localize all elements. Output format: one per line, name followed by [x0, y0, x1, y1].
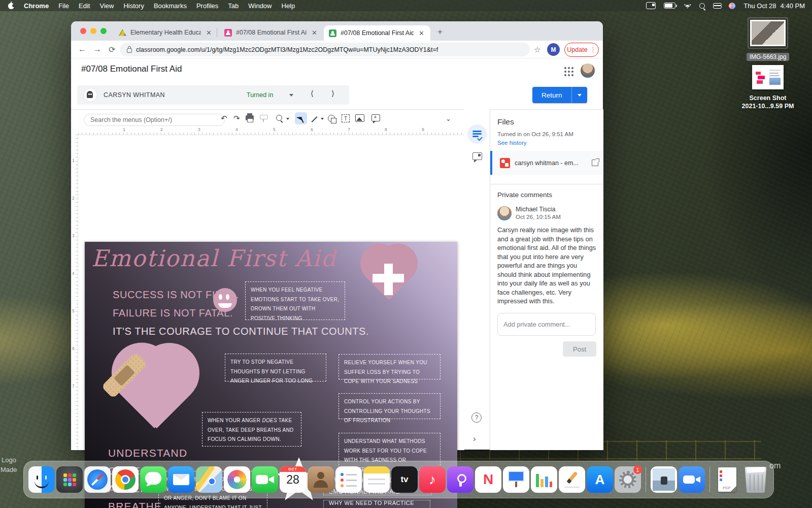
control-center-icon[interactable]: [713, 3, 721, 9]
zoom-caret-icon[interactable]: [286, 118, 289, 120]
dock-mail-icon[interactable]: [168, 466, 194, 493]
spotlight-icon[interactable]: [699, 3, 705, 9]
desktop-file-screenshot[interactable]: Screen Shot 2021-10...9.59 PM: [740, 65, 796, 111]
menu-item-bookmarks[interactable]: Bookmarks: [154, 2, 187, 10]
zoom-window-button[interactable]: [100, 28, 107, 34]
dock-pictures-icon[interactable]: [651, 466, 677, 493]
menu-clock[interactable]: Thu Oct 28 4:40 PM: [743, 2, 805, 10]
dock-news-icon[interactable]: N: [475, 466, 501, 493]
undo-icon[interactable]: ↶: [221, 114, 227, 123]
chrome-update-button[interactable]: Update⋮: [564, 43, 599, 57]
dock-chrome-icon[interactable]: [112, 466, 139, 493]
dock-calendar-icon[interactable]: OCT28: [280, 466, 306, 493]
status-dropdown-caret-icon[interactable]: [289, 94, 293, 97]
dock-notes-icon[interactable]: [363, 466, 390, 493]
menu-item-profiles[interactable]: Profiles: [196, 2, 218, 10]
student-selector-bar[interactable]: CARSYN WHITMAN Turned in: [77, 85, 349, 105]
line-tool-icon[interactable]: [311, 116, 317, 122]
collapse-toolbar-chevron-icon[interactable]: ⌄: [446, 115, 451, 122]
tab-emotional-first-aid-2[interactable]: #07/08 Emotional First Aid ✕: [324, 25, 430, 41]
select-tool-active[interactable]: [295, 112, 307, 124]
close-tab-icon[interactable]: ✕: [311, 29, 318, 37]
dock-appletv-icon[interactable]: tv: [391, 466, 418, 493]
dock-appstore-icon[interactable]: A: [587, 466, 613, 493]
next-student-chevron-icon[interactable]: ⟩: [331, 89, 334, 98]
menu-item-view[interactable]: View: [99, 2, 114, 10]
tab-emotional-first-aid-1[interactable]: #07/08 Emotional First Aid ✕: [219, 24, 323, 41]
dock-finder-icon[interactable]: [28, 466, 55, 493]
menu-item-file[interactable]: File: [58, 2, 69, 10]
dock-music-icon[interactable]: ♪: [419, 466, 446, 493]
tab-elementary-health[interactable]: Elementary Health Education ( ✕: [114, 24, 218, 41]
dock-keynote-icon[interactable]: [503, 466, 529, 493]
reload-icon[interactable]: ⟳: [109, 45, 115, 54]
forward-icon[interactable]: →: [93, 45, 101, 54]
print-icon[interactable]: [246, 115, 254, 120]
return-button[interactable]: Return: [532, 87, 571, 103]
help-icon[interactable]: ?: [471, 412, 482, 423]
new-tab-button[interactable]: +: [437, 27, 443, 37]
browser-profile-avatar[interactable]: M: [547, 43, 560, 56]
dock-contacts-icon[interactable]: [308, 466, 334, 493]
dock-trash-icon[interactable]: [742, 466, 769, 493]
menu-item-tab[interactable]: Tab: [228, 2, 239, 10]
text-box-tool-icon[interactable]: T: [342, 114, 350, 122]
dock-messages-icon[interactable]: [140, 466, 166, 493]
classroom-assignment-favicon: [224, 29, 232, 37]
files-heading: Files: [497, 117, 514, 126]
menu-item-history[interactable]: History: [123, 2, 144, 10]
close-window-button[interactable]: [80, 28, 86, 34]
search-menus-input[interactable]: [84, 114, 225, 126]
panel-divider: [490, 184, 603, 184]
menu-item-help[interactable]: Help: [282, 2, 295, 10]
menu-item-edit[interactable]: Edit: [79, 2, 90, 10]
apple-logo-icon[interactable]: [8, 2, 14, 9]
comment-bank-icon[interactable]: [472, 152, 482, 160]
return-split-button[interactable]: Return: [532, 87, 587, 103]
siri-icon[interactable]: [729, 3, 735, 9]
dock-safari-icon[interactable]: [84, 466, 111, 493]
close-tab-icon[interactable]: ✕: [205, 29, 213, 37]
back-icon[interactable]: ←: [78, 45, 86, 54]
line-caret-icon[interactable]: [321, 118, 324, 120]
dock-maps-icon[interactable]: [196, 466, 222, 493]
insert-image-icon[interactable]: [355, 114, 364, 122]
grading-panel-icon[interactable]: [467, 124, 487, 144]
google-apps-grid-icon[interactable]: [564, 67, 566, 69]
poster-title: Emotional First Aid: [91, 245, 336, 272]
dock-reminders-icon[interactable]: [335, 466, 362, 493]
return-dropdown-button[interactable]: [571, 87, 587, 103]
submitted-file-row[interactable]: carsyn whitman - em...: [490, 151, 603, 175]
address-bar[interactable]: classroom.google.com/u/1/g/tg/Mzg1Mzc2OD…: [120, 43, 530, 56]
dock-zoom-icon[interactable]: [679, 466, 705, 493]
zoom-tool-icon[interactable]: [276, 115, 282, 121]
docs-viewer: ↶ ↷ T ⌄ 1 2 3 4 5 6 7 8 9: [71, 109, 464, 450]
dock-numbers-icon[interactable]: [531, 466, 557, 493]
battery-icon[interactable]: [664, 3, 675, 9]
minimize-window-button[interactable]: [90, 28, 96, 34]
open-in-new-icon[interactable]: [592, 160, 598, 166]
dock-pdf-icon[interactable]: PDF: [715, 466, 741, 493]
close-tab-icon[interactable]: ✕: [418, 29, 425, 37]
previous-student-chevron-icon[interactable]: ⟨: [311, 89, 314, 98]
dock-podcasts-icon[interactable]: [447, 466, 473, 493]
shape-tool-icon[interactable]: [328, 115, 335, 122]
post-button[interactable]: Post: [563, 341, 596, 357]
dock-pages-icon[interactable]: [559, 466, 585, 493]
dock-photos-icon[interactable]: [224, 466, 250, 493]
account-avatar[interactable]: [581, 64, 595, 78]
redo-icon[interactable]: ↷: [233, 114, 240, 123]
dock-launchpad-icon[interactable]: [56, 466, 83, 493]
see-history-link[interactable]: See history: [497, 140, 527, 146]
screen-mirroring-icon[interactable]: [646, 2, 656, 9]
insert-comment-icon[interactable]: [371, 114, 380, 121]
wifi-icon[interactable]: [684, 3, 691, 9]
dock-facetime-icon[interactable]: [252, 466, 278, 493]
expand-chevron-icon[interactable]: ›: [473, 434, 476, 444]
menu-item-window[interactable]: Window: [248, 2, 272, 10]
desktop-file-img5663[interactable]: IMG-5663.jpg: [742, 17, 793, 61]
bookmark-star-icon[interactable]: ☆: [534, 45, 540, 54]
private-comment-input[interactable]: [497, 313, 596, 336]
menu-app-name[interactable]: Chrome: [24, 2, 49, 10]
dock-settings-icon[interactable]: 1: [615, 466, 641, 493]
